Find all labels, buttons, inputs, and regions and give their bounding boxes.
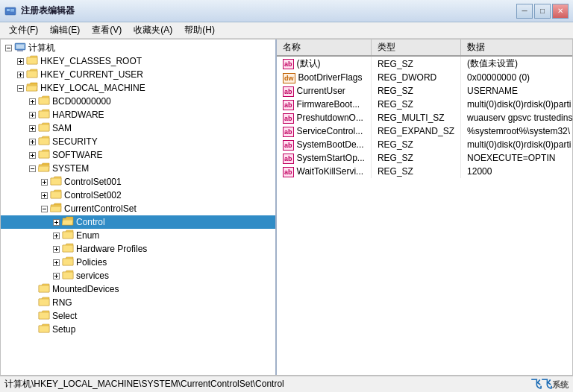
folder-icon-currentcontrolset bbox=[50, 203, 64, 215]
expand-icon-hklm[interactable] bbox=[14, 82, 26, 94]
expand-icon-system[interactable] bbox=[26, 162, 38, 174]
folder-icon-control bbox=[62, 216, 76, 229]
cell-name: abServiceControl... bbox=[277, 124, 371, 138]
expand-icon-computer[interactable] bbox=[2, 42, 14, 54]
tree-node-mounteddevices[interactable]: MountedDevices bbox=[1, 282, 275, 296]
tree-node-enum[interactable]: Enum bbox=[1, 229, 275, 242]
tree-node-system[interactable]: SYSTEM bbox=[1, 162, 275, 175]
node-label-enum: Enum bbox=[76, 230, 99, 241]
table-row[interactable]: abWaitToKillServi...REG_SZ12000 bbox=[277, 165, 572, 178]
expand-icon-hwprofiles[interactable] bbox=[50, 243, 62, 255]
menu-help[interactable]: 帮助(H) bbox=[178, 22, 221, 38]
node-label-policies: Policies bbox=[76, 257, 107, 268]
expand-icon-setup[interactable] bbox=[26, 323, 38, 335]
tree-node-computer[interactable]: 计算机 bbox=[1, 41, 275, 54]
folder-icon-rng bbox=[38, 297, 52, 309]
window-title: 注册表编辑器 bbox=[21, 4, 516, 17]
expand-icon-hkcr[interactable] bbox=[14, 55, 26, 67]
tree-node-security[interactable]: SECURITY bbox=[1, 135, 275, 148]
menu-view[interactable]: 查看(V) bbox=[86, 22, 128, 38]
node-label-hkcu: HKEY_CURRENT_USER bbox=[40, 69, 143, 80]
node-label-sam: SAM bbox=[52, 123, 72, 133]
col-name: 名称 bbox=[277, 39, 371, 56]
tree-node-control[interactable]: Control bbox=[1, 215, 275, 229]
cell-data: %systemroot%\system32\ bbox=[461, 124, 572, 138]
table-row[interactable]: abServiceControl...REG_EXPAND_SZ%systemr… bbox=[277, 124, 572, 138]
tree-node-hardware[interactable]: HARDWARE bbox=[1, 108, 275, 121]
tree-node-hwprofiles[interactable]: Hardware Profiles bbox=[1, 242, 275, 256]
tree-node-currentcontrolset[interactable]: CurrentControlSet bbox=[1, 202, 275, 215]
tree-node-controlset002[interactable]: ControlSet002 bbox=[1, 189, 275, 202]
expand-icon-controlset002[interactable] bbox=[38, 189, 50, 201]
table-row[interactable]: abFirmwareBoot...REG_SZmulti(0)disk(0)rd… bbox=[277, 98, 572, 111]
tree-node-software[interactable]: SOFTWARE bbox=[1, 148, 275, 162]
table-row[interactable]: abSystemStartOp...REG_SZ NOEXECUTE=OPTIN bbox=[277, 151, 572, 165]
expand-icon-enum[interactable] bbox=[50, 230, 62, 241]
cell-type: REG_MULTI_SZ bbox=[371, 111, 460, 124]
cell-data: 12000 bbox=[461, 165, 572, 178]
tree-node-hkcr[interactable]: HKEY_CLASSES_ROOT bbox=[1, 54, 275, 68]
svg-rect-3 bbox=[10, 10, 14, 12]
svg-rect-1 bbox=[7, 9, 10, 11]
window-controls: ─ □ ✕ bbox=[516, 4, 569, 19]
window-icon bbox=[4, 5, 16, 17]
expand-icon-hardware[interactable] bbox=[26, 109, 38, 121]
menu-favorites[interactable]: 收藏夹(A) bbox=[128, 22, 178, 38]
menu-file[interactable]: 文件(F) bbox=[3, 22, 44, 38]
expand-icon-policies[interactable] bbox=[50, 256, 62, 268]
expand-icon-sam[interactable] bbox=[26, 122, 38, 134]
node-label-mounteddevices: MountedDevices bbox=[52, 284, 119, 294]
expand-icon-mounteddevices[interactable] bbox=[26, 283, 38, 295]
close-button[interactable]: ✕ bbox=[552, 4, 569, 19]
menu-edit[interactable]: 编辑(E) bbox=[44, 22, 86, 38]
cell-type: REG_SZ bbox=[371, 138, 460, 151]
node-label-services: services bbox=[76, 271, 109, 281]
tree-node-setup[interactable]: Setup bbox=[1, 323, 275, 336]
col-type: 类型 bbox=[371, 39, 460, 56]
node-label-hardware: HARDWARE bbox=[52, 110, 104, 120]
tree-node-policies[interactable]: Policies bbox=[1, 256, 275, 269]
main-content: 计算机 HKEY_CLASSES_ROOT HKEY_CURRENT_USER … bbox=[0, 39, 573, 376]
cell-type: REG_SZ bbox=[371, 151, 460, 165]
cell-data: multi(0)disk(0)rdisk(0)parti bbox=[461, 98, 572, 111]
expand-icon-control[interactable] bbox=[50, 216, 62, 228]
expand-icon-currentcontrolset[interactable] bbox=[38, 203, 50, 215]
maximize-button[interactable]: □ bbox=[534, 4, 551, 19]
svg-rect-9 bbox=[16, 45, 24, 48]
tree-node-bcd[interactable]: BCD00000000 bbox=[1, 95, 275, 108]
right-panel: 名称 类型 数据 ab(默认)REG_SZ(数值未设置)dwBootDriver… bbox=[277, 39, 572, 375]
tree-node-hkcu[interactable]: HKEY_CURRENT_USER bbox=[1, 68, 275, 81]
table-row[interactable]: dwBootDriverFlagsREG_DWORD0x00000000 (0) bbox=[277, 71, 572, 84]
status-bar: 计算机\HKEY_LOCAL_MACHINE\SYSTEM\CurrentCon… bbox=[0, 376, 573, 392]
expand-icon-software[interactable] bbox=[26, 149, 38, 161]
table-row[interactable]: ab(默认)REG_SZ(数值未设置) bbox=[277, 56, 572, 71]
expand-icon-bcd[interactable] bbox=[26, 95, 38, 107]
tree-node-controlset001[interactable]: ControlSet001 bbox=[1, 175, 275, 189]
table-row[interactable]: abPreshutdownO...REG_MULTI_SZwuauserv gp… bbox=[277, 111, 572, 124]
tree-node-rng[interactable]: RNG bbox=[1, 296, 275, 309]
menu-bar: 文件(F) 编辑(E) 查看(V) 收藏夹(A) 帮助(H) bbox=[0, 22, 573, 39]
table-row[interactable]: abSystemBootDe...REG_SZmulti(0)disk(0)rd… bbox=[277, 138, 572, 151]
cell-data: 0x00000000 (0) bbox=[461, 71, 572, 84]
expand-icon-services[interactable] bbox=[50, 270, 62, 282]
folder-icon-sam bbox=[38, 122, 52, 135]
tree-node-hklm[interactable]: HKEY_LOCAL_MACHINE bbox=[1, 81, 275, 95]
expand-icon-select[interactable] bbox=[26, 310, 38, 322]
table-row[interactable]: abCurrentUserREG_SZUSERNAME bbox=[277, 84, 572, 98]
folder-icon-computer bbox=[14, 41, 28, 55]
registry-tree[interactable]: 计算机 HKEY_CLASSES_ROOT HKEY_CURRENT_USER … bbox=[1, 39, 277, 375]
col-data: 数据 bbox=[461, 39, 572, 56]
folder-icon-select bbox=[38, 310, 52, 323]
expand-icon-security[interactable] bbox=[26, 136, 38, 148]
expand-icon-hkcu[interactable] bbox=[14, 69, 26, 80]
folder-icon-software bbox=[38, 149, 52, 162]
minimize-button[interactable]: ─ bbox=[516, 4, 533, 19]
tree-node-select[interactable]: Select bbox=[1, 309, 275, 323]
expand-icon-controlset001[interactable] bbox=[38, 176, 50, 188]
cell-type: REG_DWORD bbox=[371, 71, 460, 84]
tree-node-sam[interactable]: SAM bbox=[1, 121, 275, 135]
cell-name: abFirmwareBoot... bbox=[277, 98, 371, 111]
tree-node-services[interactable]: services bbox=[1, 269, 275, 282]
folder-icon-hwprofiles bbox=[62, 243, 76, 256]
expand-icon-rng[interactable] bbox=[26, 297, 38, 309]
